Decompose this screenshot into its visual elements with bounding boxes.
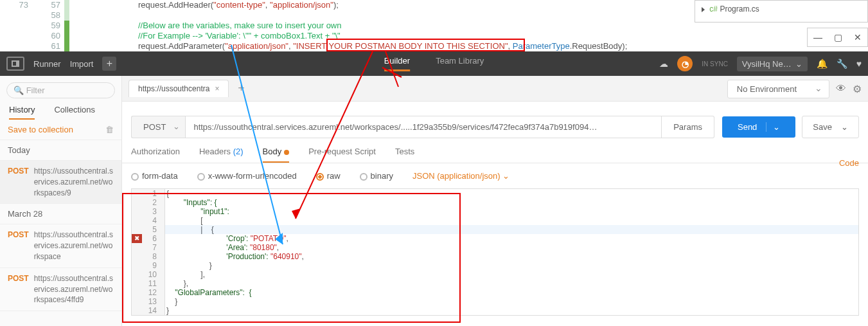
radio-raw[interactable]: raw [316, 171, 341, 181]
import-button[interactable]: Import [70, 59, 94, 69]
tab-headers[interactable]: Headers (2) [199, 147, 244, 163]
chevron-right-icon [702, 7, 705, 12]
collections-tab[interactable]: Collections [54, 105, 95, 120]
params-button[interactable]: Params [662, 116, 714, 138]
error-icon: ✖ [132, 234, 142, 243]
postman-toolbar: Runner Import + Builder Team Library ☁ ◔… [0, 51, 868, 76]
code-link[interactable]: Code [839, 158, 859, 168]
code-l1a: request.AddHeader( [138, 0, 213, 10]
annotation-highlight [326, 39, 525, 51]
history-item[interactable]: POST https://ussouthcentral.services.azu… [0, 268, 121, 311]
section-today: Today [0, 140, 121, 161]
tab-authorization[interactable]: Authorization [131, 147, 180, 163]
toggle-sidebar-icon[interactable] [6, 57, 24, 71]
tab-body[interactable]: Body [263, 147, 290, 163]
radio-form-data[interactable]: form-data [131, 171, 178, 181]
avatar[interactable]: ◔ [677, 56, 693, 71]
trash-icon[interactable]: 🗑 [105, 125, 114, 134]
history-tab[interactable]: History [9, 105, 35, 120]
history-item[interactable]: POST https://ussouthcentral.services.azu… [0, 161, 121, 204]
diff-bar [64, 0, 69, 51]
section-march28: March 28 [0, 204, 121, 224]
runner-button[interactable]: Runner [33, 59, 61, 69]
request-row: POST https://ussouthcentral.services.azu… [122, 102, 868, 143]
solution-explorer-item[interactable]: c# Program.cs [695, 0, 868, 23]
bell-icon[interactable]: 🔔 [817, 59, 828, 69]
gear-icon[interactable]: ⚙ [853, 83, 862, 95]
sidebar: 🔍 Filter History Collections Save to col… [0, 76, 122, 326]
wrench-icon[interactable]: 🔧 [837, 59, 847, 69]
content-type-dropdown[interactable]: JSON (application/json) ⌄ [412, 171, 509, 181]
radio-urlencoded[interactable]: x-www-form-urlencoded [197, 171, 297, 181]
save-to-collection-link[interactable]: Save to collection [8, 125, 73, 134]
new-tab-button[interactable]: + [102, 57, 116, 71]
close-tab-icon[interactable]: × [215, 84, 219, 93]
tab-bar: https://ussouthcentra × + No Environment… [122, 76, 868, 102]
eye-icon[interactable]: 👁 [836, 83, 846, 95]
cloud-icon[interactable]: ☁ [659, 59, 668, 69]
workspace-dropdown[interactable]: VysilHq Ne…⌄ [737, 57, 808, 71]
window-controls: — ▢ ✕ [807, 28, 868, 47]
annotation-highlight [122, 193, 461, 323]
maximize-icon[interactable]: ▢ [834, 32, 842, 42]
team-library-tab[interactable]: Team Library [436, 56, 484, 71]
minimize-icon[interactable]: — [813, 32, 822, 42]
gutter-a: 73 [0, 0, 32, 51]
request-tabs: Authorization Headers (2) Body Pre-reque… [122, 143, 868, 163]
close-icon[interactable]: ✕ [854, 32, 862, 42]
method-dropdown[interactable]: POST [131, 116, 185, 138]
send-button[interactable]: Send⌄ [722, 116, 795, 138]
url-input[interactable]: https://ussouthcentral.services.azureml.… [185, 116, 662, 138]
save-button[interactable]: Save⌄ [802, 116, 859, 138]
tab-prerequest[interactable]: Pre-request Script [308, 147, 376, 163]
heart-icon[interactable]: ♥ [856, 59, 862, 69]
program-label: Program.cs [720, 5, 759, 14]
environment-dropdown[interactable]: No Environment [727, 80, 829, 98]
csharp-icon: c# [709, 5, 718, 14]
new-request-tab[interactable]: + [233, 80, 249, 97]
filter-input[interactable]: 🔍 Filter [6, 82, 115, 98]
builder-tab[interactable]: Builder [384, 56, 410, 71]
body-type-row: form-data x-www-form-urlencoded raw bina… [122, 163, 868, 188]
radio-binary[interactable]: binary [360, 171, 393, 181]
gutter-b: 5758596061 [32, 0, 64, 51]
history-item[interactable]: POST https://ussouthcentral.services.azu… [0, 224, 121, 267]
sync-label: IN SYNC [702, 60, 728, 68]
tab-tests[interactable]: Tests [395, 147, 414, 163]
request-tab[interactable]: https://ussouthcentra × [128, 80, 229, 97]
